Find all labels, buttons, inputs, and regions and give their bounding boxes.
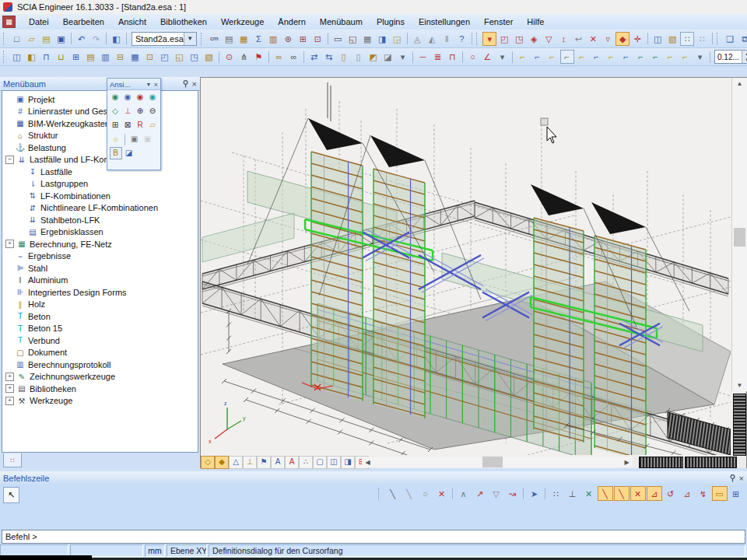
vscroll-thumb[interactable] [734, 228, 745, 247]
database-add-icon[interactable]: ◨ [375, 32, 389, 46]
menu-fenster[interactable]: Fenster [477, 16, 520, 28]
combo-dropdown-icon[interactable]: ▼ [184, 33, 196, 45]
snap-circle-icon[interactable]: ○ [418, 486, 433, 501]
pointer-help-icon[interactable]: ◬ [410, 32, 424, 46]
expander-plus-icon[interactable]: + [5, 240, 14, 248]
tree-item-nichtlineare-lf-kombinationen[interactable]: ⇵Nichtlineare LF-Kombinationen [2, 202, 198, 215]
paste-properties-icon[interactable]: ▥ [266, 32, 280, 46]
member-catalog-block-icon[interactable]: ◱ [173, 50, 187, 64]
ansicht-palette-header[interactable]: Ansi... ▼ × [107, 79, 160, 90]
toolbar-grip[interactable] [717, 33, 720, 45]
pin-icon[interactable] [182, 80, 189, 88]
scroll-right-icon[interactable]: ▶ [621, 457, 633, 467]
select-previous-icon[interactable]: ▽ [542, 32, 556, 46]
nodes-display-icon[interactable]: ∴ [299, 456, 313, 469]
scroll-down-icon[interactable]: ▼ [733, 380, 746, 391]
names-abc-icon[interactable]: A [271, 456, 285, 469]
member-haunch-icon[interactable]: ▧ [202, 50, 216, 64]
spinner-down-icon[interactable]: ▼ [742, 57, 747, 63]
close-icon[interactable]: × [153, 80, 158, 89]
expander-plus-icon[interactable]: + [5, 397, 14, 405]
tree-item-aluminium[interactable]: IAluminium [2, 275, 198, 287]
calculation-setup-icon[interactable]: ⊛ [281, 32, 295, 46]
window-new-icon[interactable]: ❑ [723, 32, 737, 46]
tree-item-ergebnisklassen[interactable]: ▤Ergebnisklassen [2, 226, 198, 239]
overflow-chevron-icon[interactable]: ▾ [496, 50, 510, 64]
menu-einstellungen[interactable]: Einstellungen [412, 16, 477, 28]
layers-icon[interactable]: ▤ [222, 32, 236, 46]
overflow-chevron-icon[interactable]: ▾ [396, 50, 410, 64]
overflow-chevron-icon[interactable]: ▾ [693, 50, 707, 64]
layers-dialog-icon[interactable]: ◫ [651, 32, 665, 46]
member-opening-icon[interactable]: ⊟ [114, 50, 128, 64]
corner-tool-1-icon[interactable]: ⌐ [516, 50, 530, 64]
snap-axis-icon[interactable]: ✕ [581, 486, 597, 501]
select-window-icon[interactable]: ◰ [497, 32, 511, 46]
tree-item-holz[interactable]: ∥Holz [2, 299, 198, 311]
stretch-b-icon[interactable]: ▯ [352, 50, 366, 64]
select-single-icon[interactable]: ▾ [482, 32, 496, 46]
draw-hatch-icon[interactable]: ≣ [431, 50, 445, 64]
tree-item-integriertes-design-forms[interactable]: ⊪Integriertes Design Forms [2, 286, 198, 299]
open-viewpoint-icon[interactable]: ▱ [147, 119, 159, 131]
toolbar-grip[interactable] [476, 33, 479, 45]
menu-plugins[interactable]: Plugins [370, 16, 412, 28]
viewport-hscrollbar[interactable]: ◀ ▶ [362, 457, 633, 467]
scroll-up-icon[interactable]: ▲ [733, 78, 746, 89]
tree-item-beton[interactable]: TBeton [2, 310, 198, 323]
command-input[interactable]: Befehl > [2, 530, 745, 544]
draw-circle-icon[interactable]: ○ [466, 50, 480, 64]
connect-node-icon[interactable]: ⊙ [223, 50, 237, 64]
corner-tool-12-icon[interactable]: ⌐ [679, 50, 693, 64]
tree-item-dokument[interactable]: ▢Dokument [2, 347, 198, 359]
measure-help-icon[interactable]: ‖ [440, 32, 454, 46]
spinner-up-icon[interactable]: ▲ [742, 51, 747, 57]
snap-grid-icon[interactable]: ∷ [549, 486, 564, 501]
camera-store-icon[interactable]: ▣ [128, 133, 141, 145]
menu-hilfe[interactable]: Hilfe [520, 16, 551, 28]
render-wireframe-icon[interactable]: ◇ [201, 456, 215, 469]
cross-sections-icon[interactable]: Σ [251, 32, 265, 46]
snap-endpoint-icon[interactable]: ╲ [598, 486, 613, 501]
document-preview-icon[interactable]: ▢ [313, 456, 327, 469]
tree-item-ergebnisse[interactable]: ⌣Ergebnisse [2, 250, 198, 263]
close-icon[interactable]: × [739, 474, 744, 483]
mdi-child-icon[interactable]: ▦ [2, 16, 16, 28]
calculator-icon[interactable]: ▦ [360, 32, 374, 46]
window-cascade-icon[interactable]: ⧉ [738, 32, 747, 46]
chevron-down-icon[interactable]: ▼ [146, 82, 152, 87]
project-combo[interactable]: Stand2a.esa ▼ [132, 32, 197, 46]
corner-tool-2-icon[interactable]: ⌐ [531, 50, 545, 64]
tree-item-lastfaelle-lf-komb[interactable]: −⇊Lastfälle und LF-Kombinationen [2, 154, 198, 166]
deselect-icon[interactable]: ↩ [571, 32, 585, 46]
tree-item-stahlbeton-lfk[interactable]: ⇊Stahlbeton-LFK [2, 214, 198, 226]
tree-item-berechnung-fe-netz[interactable]: +▦Berechnung, FE-Netz [2, 238, 198, 250]
save-project-icon[interactable]: ▣ [54, 32, 68, 46]
open-layers-icon[interactable]: ▧ [665, 32, 679, 46]
filter-off-icon[interactable]: ∷ [695, 32, 709, 46]
view-side-icon[interactable]: ◉ [135, 91, 146, 103]
member-subregion-icon[interactable]: ▦ [128, 50, 142, 64]
flag-node-icon[interactable]: ⚑ [252, 50, 266, 64]
dialog-b-icon[interactable]: ⊡ [310, 32, 324, 46]
toolbar-grip[interactable] [3, 33, 6, 45]
supports-display-icon[interactable]: ⊥ [243, 456, 257, 469]
viewport-vscrollbar[interactable]: ▲ ▼ [731, 78, 747, 391]
project-browser-icon[interactable]: ◧ [110, 32, 124, 46]
menu-men-baum[interactable]: Menübaum [313, 16, 370, 28]
document-wizard-icon[interactable]: ◲ [390, 32, 404, 46]
view-top-icon[interactable]: ◉ [122, 91, 134, 103]
weld-b-icon[interactable]: ∞ [287, 50, 301, 64]
draw-line-icon[interactable]: ─ [416, 50, 430, 64]
snap-extension-icon[interactable]: ↯ [696, 486, 711, 501]
zoom-factor-spinner[interactable]: 0.12... ▲▼ [714, 50, 747, 64]
light-settings-icon[interactable]: ☼ [110, 133, 122, 145]
corner-tool-10-icon[interactable]: ⌐ [649, 50, 663, 64]
tree-item-projekt[interactable]: ▣Projekt [2, 93, 198, 106]
zoom-help-icon[interactable]: ◭ [425, 32, 439, 46]
member-plate-icon[interactable]: ▤ [84, 50, 98, 64]
select-by-property-icon[interactable]: ◆ [615, 32, 630, 46]
menu--ndern[interactable]: Ändern [271, 16, 312, 28]
menu-datei[interactable]: Datei [22, 16, 56, 28]
snap-vertex-icon[interactable]: ∧ [456, 486, 472, 501]
